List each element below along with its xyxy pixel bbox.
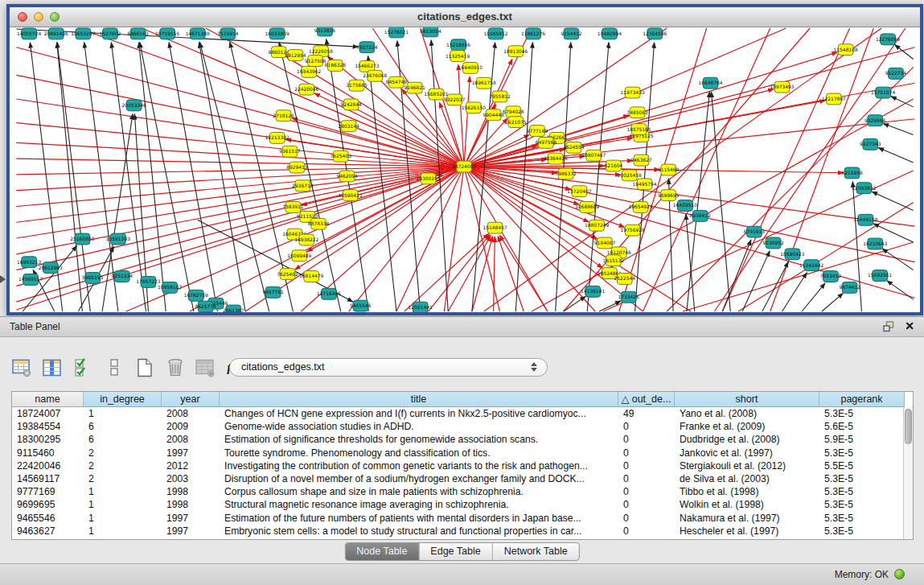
- minimize-window-icon[interactable]: [34, 12, 43, 22]
- table-cell[interactable]: Nakamura et al. (1997): [675, 512, 819, 525]
- graph-node[interactable]: 9329966: [864, 115, 886, 126]
- graph-node[interactable]: 18913046: [503, 46, 528, 57]
- graph-node[interactable]: 10653287: [71, 28, 95, 39]
- graph-node[interactable]: 2718126: [273, 110, 294, 122]
- graph-node[interactable]: 12364586: [643, 28, 667, 39]
- graph-edge-red[interactable]: [494, 237, 495, 311]
- table-cell[interactable]: 6: [84, 420, 162, 433]
- graph-node[interactable]: 10165412: [483, 28, 507, 39]
- memory-ok-indicator-icon[interactable]: [894, 569, 905, 579]
- table-cell[interactable]: 1997: [162, 447, 220, 459]
- graph-node[interactable]: 10807487: [581, 150, 606, 161]
- graph-node[interactable]: 14136141: [581, 286, 605, 297]
- table-cell[interactable]: 18724007: [12, 407, 84, 420]
- graph-node[interactable]: 9115460: [658, 164, 680, 175]
- table-cell[interactable]: 5.3E-5: [819, 407, 905, 420]
- graph-edge-black[interactable]: [782, 273, 807, 311]
- table-cell[interactable]: Franke et al. (2009): [675, 420, 819, 433]
- graph-edge-red[interactable]: [429, 235, 490, 311]
- graph-edge-black[interactable]: [822, 293, 843, 311]
- scrollbar-thumb[interactable]: [905, 409, 912, 444]
- table-cell[interactable]: 0: [618, 447, 675, 459]
- graph-node[interactable]: 16782759: [184, 290, 208, 301]
- graph-node[interactable]: 9699695: [658, 190, 680, 201]
- table-cell[interactable]: 19384554: [12, 420, 84, 433]
- column-header-short[interactable]: short: [675, 392, 819, 407]
- table-cell[interactable]: 2: [84, 459, 162, 472]
- graph-node[interactable]: 6791913: [744, 226, 766, 237]
- table-cell[interactable]: Embryonic stem cells: a model to study s…: [220, 525, 618, 538]
- graph-edge-black[interactable]: [882, 249, 914, 270]
- column-header-pagerank[interactable]: pagerank: [819, 392, 905, 407]
- column-header-title[interactable]: title: [220, 392, 618, 407]
- graph-node[interactable]: 2522544: [614, 274, 636, 285]
- graph-node[interactable]: 8322037: [444, 94, 466, 105]
- table-cell[interactable]: 1: [84, 512, 162, 525]
- graph-node[interactable]: 9457791: [263, 286, 285, 298]
- graph-node[interactable]: 3175685: [346, 80, 368, 91]
- table-cell[interactable]: Stergiakouli et al. (2012): [675, 459, 819, 472]
- graph-node[interactable]: 11973433: [621, 87, 645, 98]
- graph-node[interactable]: 7625403: [331, 150, 352, 162]
- graph-node[interactable]: 10590423: [780, 249, 804, 260]
- graph-node[interactable]: 14569117: [18, 274, 43, 286]
- graph-node[interactable]: 6497568: [536, 137, 557, 148]
- table-cell[interactable]: 5.3E-5: [819, 498, 905, 511]
- graph-node[interactable]: 20891406: [44, 28, 68, 39]
- graph-node[interactable]: 8625774: [195, 301, 216, 312]
- graph-node[interactable]: 10482994: [598, 28, 622, 39]
- graph-edge-red[interactable]: [738, 203, 914, 311]
- table-source-dropdown[interactable]: citations_edges.txt: [229, 358, 548, 377]
- table-cell[interactable]: 5.3E-5: [819, 472, 905, 485]
- graph-edge-red[interactable]: [499, 235, 547, 311]
- table-cell[interactable]: Estimation of significance thresholds fo…: [220, 433, 618, 446]
- graph-node[interactable]: 9127508: [305, 56, 326, 67]
- table-cell[interactable]: 1: [84, 498, 162, 511]
- graph-node[interactable]: 8938412: [690, 210, 712, 221]
- graph-edge-red[interactable]: [448, 236, 491, 311]
- graph-node[interactable]: 10688609: [575, 202, 599, 213]
- graph-node[interactable]: 14055724: [17, 28, 41, 39]
- graph-node[interactable]: 8929413: [286, 162, 308, 173]
- table-row[interactable]: 946554611997Estimation of the future num…: [12, 512, 913, 525]
- table-cell[interactable]: 9777169: [12, 485, 84, 498]
- table-row[interactable]: 1938455462009Genome-wide association stu…: [12, 420, 913, 433]
- graph-node[interactable]: 9462094: [336, 171, 358, 182]
- graph-node[interactable]: 8912954: [285, 50, 306, 61]
- graph-node[interactable]: 9146821: [405, 82, 426, 93]
- graph-node[interactable]: 6866163: [127, 28, 149, 39]
- table-cell[interactable]: 5.3E-5: [819, 485, 905, 498]
- graph-edge-red[interactable]: [206, 28, 464, 167]
- table-cell[interactable]: Wolkin et al. (1998): [675, 498, 819, 511]
- tab-edge-table[interactable]: Edge Table: [419, 543, 492, 560]
- table-cell[interactable]: Hescheler et al. (1997): [675, 525, 819, 538]
- graph-node[interactable]: 9227343: [860, 138, 881, 150]
- table-cell[interactable]: 1997: [162, 512, 220, 525]
- column-visibility-icon[interactable]: [42, 357, 64, 378]
- new-column-icon[interactable]: [133, 357, 155, 378]
- table-cell[interactable]: Changes of HCN gene expression and I(f) …: [220, 407, 618, 420]
- graph-edge-black[interactable]: [140, 43, 194, 311]
- graph-node[interactable]: 8186328: [325, 60, 347, 72]
- column-header-name[interactable]: name: [12, 392, 84, 407]
- vertical-scrollbar[interactable]: [903, 407, 913, 540]
- graph-node[interactable]: 16099489: [287, 250, 311, 262]
- graph-edge-red[interactable]: [16, 75, 464, 167]
- table-row[interactable]: 2242004622012Investigating the contribut…: [12, 459, 913, 472]
- table-row[interactable]: 946362711997Embryonic stem cells: a mode…: [12, 525, 913, 538]
- graph-node[interactable]: 15218506: [446, 39, 470, 51]
- graph-node[interactable]: 2861367: [223, 305, 244, 312]
- citation-network-graph[interactable]: 1405572420891406106532871527602686616310…: [10, 27, 920, 312]
- graph-node[interactable]: 9251334: [112, 271, 133, 282]
- table-cell[interactable]: 2: [84, 447, 162, 459]
- table-cell[interactable]: 1997: [162, 525, 220, 538]
- table-cell[interactable]: 0: [618, 433, 675, 446]
- graph-node[interactable]: 14938222: [294, 234, 318, 245]
- graph-node[interactable]: 12276099: [876, 34, 900, 45]
- table-cell[interactable]: de Silva et al. (2003): [675, 472, 819, 485]
- table-cell[interactable]: Tibbo et al. (1998): [675, 485, 819, 498]
- table-cell[interactable]: 0: [618, 420, 675, 433]
- graph-node[interactable]: 20612983: [39, 262, 63, 274]
- table-cell[interactable]: 22420046: [12, 459, 84, 472]
- graph-edge-black[interactable]: [686, 214, 695, 311]
